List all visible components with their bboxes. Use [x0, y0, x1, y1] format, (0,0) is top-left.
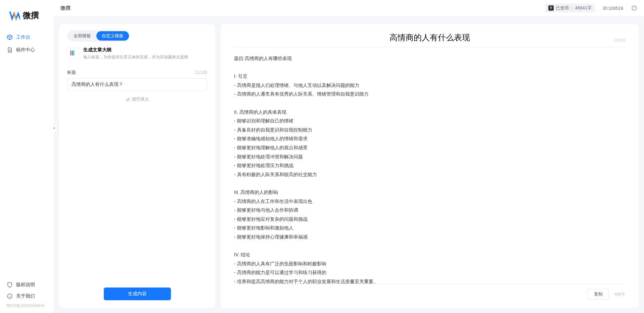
template-desc: 输入标题，为你提供文章主体的灵感，并为其创建推文提纲 [83, 54, 207, 60]
sidebar-item-drafts[interactable]: 稿件中心 [0, 44, 54, 56]
shield-icon [7, 282, 13, 288]
copy-button[interactable]: 复制 [588, 289, 609, 300]
word-count: 404字 [614, 292, 625, 297]
field-label: 标题 [67, 69, 76, 75]
divider [234, 47, 625, 47]
cube-icon [7, 34, 13, 40]
brand-logo[interactable]: 微撰 [0, 7, 54, 31]
sidebar-item-label: 稿件中心 [16, 47, 35, 53]
icp-text: 鄂ICP备2022016946号 [0, 302, 54, 310]
sidebar: 微撰 工作台 稿件中心 版权说明 关于我们 鄂ICP备2 [0, 0, 54, 313]
sidebar-item-label: 工作台 [16, 34, 30, 40]
main: 全部模板 自定义模板 生成文章大纲 输入标题，为你提供文章主体的灵感，并为其创建… [59, 24, 639, 308]
sidebar-item-about[interactable]: 关于我们 [0, 291, 54, 302]
logo-icon [9, 10, 20, 21]
clear-input-button[interactable]: 清空录入 [67, 96, 207, 102]
template-tabs: 全部模板 自定义模板 [67, 30, 130, 42]
template-header: 生成文章大纲 输入标题，为你提供文章主体的灵感，并为其创建推文提纲 [67, 47, 207, 60]
generate-button[interactable]: 生成内容 [104, 288, 171, 300]
clear-label: 清空录入 [132, 96, 149, 102]
output-heading: 高情商的人有什么表现 [389, 32, 470, 43]
topbar: 微撰 T 已使用： 45641字 ID:100519 [54, 0, 644, 16]
outline-icon [67, 47, 79, 59]
input-panel: 全部模板 自定义模板 生成文章大纲 输入标题，为你提供文章主体的灵感，并为其创建… [59, 24, 215, 308]
usage-badge[interactable]: T 已使用： 45641字 [545, 4, 595, 12]
title-input[interactable] [67, 78, 207, 91]
sidebar-collapse-handle[interactable] [51, 124, 57, 132]
brand-text: 微撰 [23, 10, 39, 21]
heading-char-count: 10/100 [614, 38, 625, 42]
usage-value: 45641字 [575, 5, 592, 11]
tab-all-templates[interactable]: 全部模板 [68, 31, 96, 41]
title-char-count: 11/100 [195, 70, 207, 75]
logout-icon[interactable] [631, 5, 637, 11]
template-title: 生成文章大纲 [83, 47, 207, 53]
tab-custom-template[interactable]: 自定义模板 [96, 31, 129, 41]
sidebar-item-label: 关于我们 [16, 293, 35, 299]
sidebar-item-copyright[interactable]: 版权说明 [0, 279, 54, 291]
info-icon [7, 293, 13, 299]
user-id: ID:100519 [603, 6, 623, 11]
usage-label: 已使用： [556, 5, 573, 11]
output-body[interactable]: 题目:高情商的人有哪些表现 I. 引言 - 高情商是指人们处理情绪、与他人互动以… [234, 54, 625, 284]
t-icon: T [548, 5, 554, 11]
page-title: 微撰 [60, 5, 71, 11]
erase-icon [126, 97, 130, 102]
sidebar-item-workbench[interactable]: 工作台 [0, 31, 54, 44]
doc-icon [7, 47, 13, 53]
sidebar-item-label: 版权说明 [16, 282, 35, 288]
output-panel: 高情商的人有什么表现 10/100 题目:高情商的人有哪些表现 I. 引言 - … [221, 24, 639, 308]
